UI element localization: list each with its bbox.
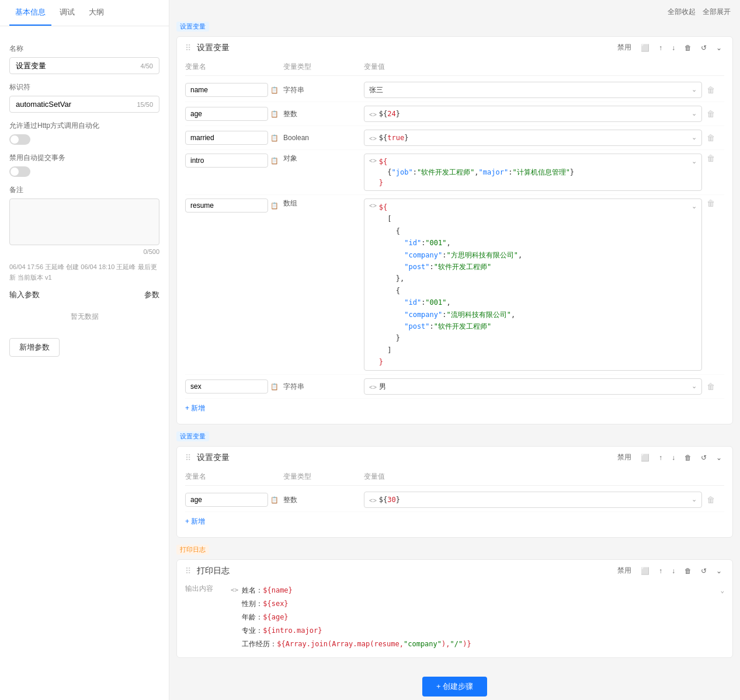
block-1-copy-btn[interactable]: ⬜ (638, 43, 652, 53)
block-2-copy-btn[interactable]: ⬜ (638, 452, 652, 463)
block-3-delete-btn[interactable]: 🗑 (682, 566, 694, 576)
identifier-field-wrapper[interactable]: 15/50 (9, 96, 159, 113)
block-3-refresh-btn[interactable]: ↺ (699, 566, 709, 576)
var-name-icon[interactable]: 📋 (270, 383, 279, 391)
var-name-input[interactable] (185, 379, 268, 393)
var-name-icon[interactable]: 📋 (270, 110, 279, 118)
table-row: 📋 字符串 张三 ⌄ 🗑 (185, 78, 724, 102)
drag-icon[interactable]: ⠿ (185, 453, 191, 462)
tab-basic-info[interactable]: 基本信息 (9, 0, 51, 26)
notes-label: 备注 (9, 185, 159, 195)
block-3-down-btn[interactable]: ↓ (669, 566, 678, 576)
var-name-cell: 📋 (185, 154, 279, 168)
var-name-icon[interactable]: 📋 (270, 496, 279, 504)
block-3-container: 打印日志 ⠿ 打印日志 禁用 ⬜ ↑ ↓ 🗑 ↺ ⌄ 输出内容 (176, 545, 733, 658)
var-value-cell[interactable]: <> 男 ⌄ (364, 378, 702, 395)
name-input[interactable] (16, 61, 136, 70)
tab-debug[interactable]: 调试 (54, 0, 81, 26)
block-3-up-btn[interactable]: ↑ (656, 566, 665, 576)
block-1-container: 设置变量 ⠿ 设置变量 禁用 ⬜ ↑ ↓ 🗑 ↺ ⌄ (176, 22, 733, 424)
http-toggle[interactable] (9, 134, 30, 145)
identifier-input[interactable] (16, 100, 132, 109)
block-1-refresh-btn[interactable]: ↺ (699, 43, 709, 53)
block-3-disable-btn[interactable]: 禁用 (615, 565, 634, 577)
block-1-expand-btn[interactable]: ⌄ (714, 43, 724, 53)
notes-textarea[interactable] (9, 198, 159, 245)
block-1-delete-btn[interactable]: 🗑 (682, 43, 694, 53)
block-1-add-row-btn[interactable]: + 新增 (185, 401, 205, 416)
block-2-add-row-btn[interactable]: + 新增 (185, 514, 205, 529)
block-3-title: ⠿ 打印日志 (185, 566, 230, 576)
var-name-icon[interactable]: 📋 (270, 157, 279, 165)
var-type-cell: 对象 (283, 154, 359, 163)
code-prefix-icon: <> (369, 157, 377, 164)
chevron-down-icon[interactable]: ⌄ (692, 110, 697, 117)
delete-icon[interactable]: 🗑 (707, 154, 724, 163)
code-prefix-icon: <> (369, 497, 377, 504)
create-step-button[interactable]: + 创建步骤 (422, 677, 487, 696)
var-name-icon[interactable]: 📋 (270, 86, 279, 94)
add-param-button[interactable]: 新增参数 (9, 338, 60, 357)
chevron-down-icon[interactable]: ⌄ (692, 203, 697, 210)
block-2-delete-btn[interactable]: 🗑 (682, 452, 694, 463)
var-value-cell[interactable]: <> ${24} ⌄ (364, 106, 702, 122)
col-header-vartype: 变量类型 (283, 472, 359, 482)
var-name-icon[interactable]: 📋 (270, 134, 279, 142)
var-value-cell[interactable]: <> ${30} ⌄ (364, 492, 702, 508)
create-btn-row: + 创建步骤 (176, 665, 733, 700)
var-name-input[interactable] (185, 107, 268, 121)
delete-icon[interactable]: 🗑 (707, 109, 724, 119)
chevron-down-icon[interactable]: ⌄ (720, 585, 724, 597)
params-section: 输入参数 参数 暂无数据 (9, 290, 159, 322)
delete-icon[interactable]: 🗑 (707, 495, 724, 504)
col-header-vartype: 变量类型 (283, 62, 359, 72)
var-value-cell[interactable]: <> ${ {"job":"软件开发工程师","major":"计算机信息管理"… (364, 154, 702, 191)
var-name-icon[interactable]: 📋 (270, 202, 279, 210)
output-label: 输出内容 (185, 584, 226, 594)
tab-outline[interactable]: 大纲 (83, 0, 110, 26)
var-value-text: ${24} (379, 109, 689, 119)
output-value[interactable]: <> 姓名：${name} 性别：${sex} 年龄：${age} 专业：${i… (231, 584, 724, 650)
block-3-copy-btn[interactable]: ⬜ (638, 566, 652, 576)
block-1-actions: 禁用 ⬜ ↑ ↓ 🗑 ↺ ⌄ (615, 41, 724, 54)
expand-all-button[interactable]: 全部展开 (703, 7, 731, 17)
delete-icon[interactable]: 🗑 (707, 133, 724, 142)
block-1-title: ⠿ 设置变量 (185, 43, 230, 53)
var-value-cell[interactable]: <> ${true} ⌄ (364, 130, 702, 146)
var-name-input[interactable] (185, 493, 268, 507)
transaction-toggle[interactable] (9, 166, 30, 177)
block-2-refresh-btn[interactable]: ↺ (699, 452, 709, 463)
block-3-expand-btn[interactable]: ⌄ (714, 566, 724, 576)
drag-icon[interactable]: ⠿ (185, 43, 191, 53)
var-value-cell[interactable]: <> ${ [ { "id":"001", "company":"方思明科技有限… (364, 198, 702, 371)
var-name-input[interactable] (185, 154, 268, 168)
block-2-disable-btn[interactable]: 禁用 (615, 451, 634, 464)
block-2-down-btn[interactable]: ↓ (669, 452, 678, 463)
sidebar-tabs: 基本信息 调试 大纲 (0, 0, 169, 26)
chevron-down-icon[interactable]: ⌄ (692, 496, 697, 503)
var-name-input[interactable] (185, 83, 268, 97)
var-name-input[interactable] (185, 198, 268, 213)
delete-icon[interactable]: 🗑 (707, 382, 724, 391)
chevron-down-icon[interactable]: ⌄ (692, 382, 697, 390)
block-2-expand-btn[interactable]: ⌄ (714, 452, 724, 463)
block-1-up-btn[interactable]: ↑ (656, 43, 665, 53)
name-field-wrapper[interactable]: 4/50 (9, 57, 159, 74)
delete-icon[interactable]: 🗑 (707, 85, 724, 95)
delete-icon[interactable]: 🗑 (707, 198, 724, 208)
code-prefix-icon: <> (231, 584, 238, 596)
block-1-table-header: 变量名 变量类型 变量值 (185, 58, 724, 76)
block-2-up-btn[interactable]: ↑ (656, 452, 665, 463)
var-name-input[interactable] (185, 131, 268, 145)
chevron-down-icon[interactable]: ⌄ (692, 158, 697, 165)
var-name-cell: 📋 (185, 131, 279, 145)
block-1-down-btn[interactable]: ↓ (669, 43, 678, 53)
var-value-cell[interactable]: 张三 ⌄ (364, 82, 702, 98)
chevron-down-icon[interactable]: ⌄ (692, 86, 697, 93)
chevron-down-icon[interactable]: ⌄ (692, 134, 697, 141)
var-type-cell: 字符串 (283, 85, 359, 95)
collapse-all-button[interactable]: 全部收起 (668, 7, 696, 17)
params-btn[interactable]: 参数 (144, 290, 159, 300)
drag-icon[interactable]: ⠿ (185, 566, 191, 576)
block-1-disable-btn[interactable]: 禁用 (615, 41, 634, 54)
